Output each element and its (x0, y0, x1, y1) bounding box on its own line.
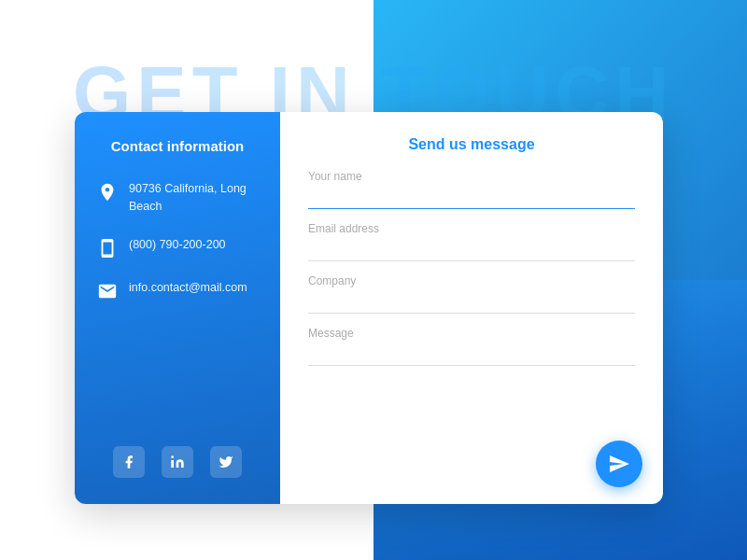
email-text: info.contact@mail.com (129, 279, 247, 297)
message-label: Message (308, 327, 635, 340)
form-panel: Send us message Your name Email address … (280, 112, 663, 504)
location-icon (97, 182, 118, 203)
name-label: Your name (308, 170, 635, 183)
contact-panel-title: Contact information (97, 138, 258, 154)
send-button[interactable] (596, 441, 642, 487)
phone-text: (800) 790-200-200 (129, 236, 226, 254)
twitter-button[interactable] (210, 446, 242, 478)
linkedin-button[interactable] (162, 446, 193, 478)
phone-icon (97, 238, 118, 259)
contact-panel: Contact information 90736 California, Lo… (75, 112, 280, 504)
email-input[interactable] (308, 239, 635, 261)
name-group: Your name (308, 170, 635, 209)
email-group: Email address (308, 222, 635, 261)
facebook-button[interactable] (113, 446, 145, 478)
address-text: 90736 California, Long Beach (129, 180, 258, 216)
card-container: Contact information 90736 California, Lo… (75, 112, 663, 504)
message-group: Message (308, 327, 635, 366)
send-icon (608, 453, 630, 475)
email-label: Email address (308, 222, 635, 235)
phone-item: (800) 790-200-200 (97, 236, 258, 259)
email-item: info.contact@mail.com (97, 279, 258, 301)
company-input[interactable] (308, 291, 635, 314)
address-item: 90736 California, Long Beach (97, 180, 258, 216)
company-group: Company (308, 274, 635, 314)
mail-icon (97, 281, 118, 301)
social-row (97, 446, 258, 478)
form-title: Send us message (308, 136, 635, 153)
message-input[interactable] (308, 343, 635, 366)
company-label: Company (308, 274, 635, 287)
name-input[interactable] (308, 187, 635, 209)
svg-point-0 (171, 455, 174, 458)
